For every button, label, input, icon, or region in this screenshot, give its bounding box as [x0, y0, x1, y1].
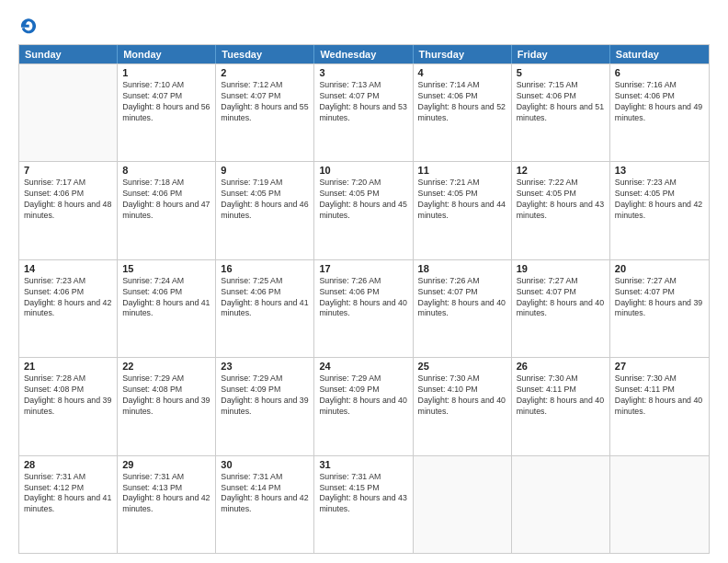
- header-day-sunday: Sunday: [19, 45, 118, 63]
- day-cell-2: 2Sunrise: 7:12 AM Sunset: 4:07 PM Daylig…: [216, 64, 314, 161]
- day-cell-15: 15Sunrise: 7:24 AM Sunset: 4:06 PM Dayli…: [118, 260, 216, 357]
- day-cell-13: 13Sunrise: 7:23 AM Sunset: 4:05 PM Dayli…: [610, 162, 709, 259]
- day-cell-7: 7Sunrise: 7:17 AM Sunset: 4:06 PM Daylig…: [19, 162, 118, 259]
- day-info: Sunrise: 7:31 AM Sunset: 4:14 PM Dayligh…: [221, 472, 309, 516]
- day-cell-17: 17Sunrise: 7:26 AM Sunset: 4:06 PM Dayli…: [314, 260, 413, 357]
- day-cell-16: 16Sunrise: 7:25 AM Sunset: 4:06 PM Dayli…: [216, 260, 314, 357]
- day-info: Sunrise: 7:24 AM Sunset: 4:06 PM Dayligh…: [122, 276, 210, 320]
- logo-icon: [18, 17, 39, 37]
- page: SundayMondayTuesdayWednesdayThursdayFrid…: [0, 0, 728, 563]
- day-number: 2: [221, 67, 309, 78]
- day-info: Sunrise: 7:26 AM Sunset: 4:06 PM Dayligh…: [319, 276, 407, 320]
- week-row-5: 28Sunrise: 7:31 AM Sunset: 4:12 PM Dayli…: [19, 455, 709, 553]
- day-number: 23: [221, 361, 309, 372]
- day-info: Sunrise: 7:29 AM Sunset: 4:09 PM Dayligh…: [319, 373, 407, 418]
- day-number: 18: [418, 263, 506, 274]
- day-cell-27: 27Sunrise: 7:30 AM Sunset: 4:11 PM Dayli…: [610, 358, 709, 454]
- day-info: Sunrise: 7:10 AM Sunset: 4:07 PM Dayligh…: [122, 80, 210, 124]
- day-info: Sunrise: 7:29 AM Sunset: 4:08 PM Dayligh…: [122, 373, 210, 418]
- day-number: 29: [122, 459, 210, 470]
- day-cell-14: 14Sunrise: 7:23 AM Sunset: 4:06 PM Dayli…: [19, 260, 118, 357]
- day-number: 12: [517, 165, 605, 176]
- day-info: Sunrise: 7:26 AM Sunset: 4:07 PM Dayligh…: [418, 276, 506, 320]
- day-number: 28: [24, 459, 112, 470]
- day-cell-12: 12Sunrise: 7:22 AM Sunset: 4:05 PM Dayli…: [512, 162, 610, 259]
- day-cell-26: 26Sunrise: 7:30 AM Sunset: 4:11 PM Dayli…: [512, 358, 610, 454]
- day-info: Sunrise: 7:30 AM Sunset: 4:11 PM Dayligh…: [517, 373, 605, 418]
- day-cell-30: 30Sunrise: 7:31 AM Sunset: 4:14 PM Dayli…: [216, 456, 314, 553]
- day-number: 31: [319, 459, 407, 470]
- week-row-1: 1Sunrise: 7:10 AM Sunset: 4:07 PM Daylig…: [19, 63, 709, 161]
- day-info: Sunrise: 7:28 AM Sunset: 4:08 PM Dayligh…: [24, 373, 112, 418]
- day-number: 5: [517, 67, 605, 78]
- week-row-3: 14Sunrise: 7:23 AM Sunset: 4:06 PM Dayli…: [19, 259, 709, 357]
- day-info: Sunrise: 7:14 AM Sunset: 4:06 PM Dayligh…: [418, 80, 506, 124]
- day-number: 15: [122, 263, 210, 274]
- day-cell-3: 3Sunrise: 7:13 AM Sunset: 4:07 PM Daylig…: [314, 64, 413, 161]
- day-number: 17: [319, 263, 407, 274]
- day-info: Sunrise: 7:27 AM Sunset: 4:07 PM Dayligh…: [517, 276, 605, 320]
- day-number: 4: [418, 67, 506, 78]
- day-number: 1: [122, 67, 210, 78]
- day-cell-19: 19Sunrise: 7:27 AM Sunset: 4:07 PM Dayli…: [512, 260, 610, 357]
- day-info: Sunrise: 7:31 AM Sunset: 4:12 PM Dayligh…: [24, 472, 112, 516]
- day-info: Sunrise: 7:20 AM Sunset: 4:05 PM Dayligh…: [319, 178, 407, 222]
- day-cell-9: 9Sunrise: 7:19 AM Sunset: 4:05 PM Daylig…: [216, 162, 314, 259]
- logo: [18, 17, 42, 37]
- day-info: Sunrise: 7:31 AM Sunset: 4:15 PM Dayligh…: [319, 472, 407, 516]
- day-number: 21: [24, 361, 112, 372]
- day-info: Sunrise: 7:13 AM Sunset: 4:07 PM Dayligh…: [319, 80, 407, 124]
- day-number: 10: [319, 165, 407, 176]
- day-cell-10: 10Sunrise: 7:20 AM Sunset: 4:05 PM Dayli…: [314, 162, 413, 259]
- day-number: 14: [24, 263, 112, 274]
- day-info: Sunrise: 7:12 AM Sunset: 4:07 PM Dayligh…: [221, 80, 309, 124]
- week-row-2: 7Sunrise: 7:17 AM Sunset: 4:06 PM Daylig…: [19, 161, 709, 259]
- day-cell-4: 4Sunrise: 7:14 AM Sunset: 4:06 PM Daylig…: [414, 64, 512, 161]
- day-info: Sunrise: 7:21 AM Sunset: 4:05 PM Dayligh…: [418, 178, 506, 222]
- day-cell-6: 6Sunrise: 7:16 AM Sunset: 4:06 PM Daylig…: [610, 64, 709, 161]
- day-number: 7: [24, 165, 112, 176]
- day-number: 19: [517, 263, 605, 274]
- day-cell-31: 31Sunrise: 7:31 AM Sunset: 4:15 PM Dayli…: [314, 456, 413, 553]
- day-info: Sunrise: 7:30 AM Sunset: 4:11 PM Dayligh…: [615, 373, 704, 418]
- day-cell-5: 5Sunrise: 7:15 AM Sunset: 4:06 PM Daylig…: [512, 64, 610, 161]
- header-day-saturday: Saturday: [610, 45, 709, 63]
- day-cell-28: 28Sunrise: 7:31 AM Sunset: 4:12 PM Dayli…: [19, 456, 118, 553]
- header-day-tuesday: Tuesday: [216, 45, 314, 63]
- day-info: Sunrise: 7:31 AM Sunset: 4:13 PM Dayligh…: [122, 472, 210, 516]
- day-info: Sunrise: 7:19 AM Sunset: 4:05 PM Dayligh…: [221, 178, 309, 222]
- day-info: Sunrise: 7:16 AM Sunset: 4:06 PM Dayligh…: [615, 80, 704, 124]
- day-info: Sunrise: 7:23 AM Sunset: 4:05 PM Dayligh…: [615, 178, 704, 222]
- day-cell-18: 18Sunrise: 7:26 AM Sunset: 4:07 PM Dayli…: [414, 260, 512, 357]
- day-number: 20: [615, 263, 704, 274]
- day-number: 13: [615, 165, 704, 176]
- header-day-friday: Friday: [512, 45, 610, 63]
- calendar: SundayMondayTuesdayWednesdayThursdayFrid…: [18, 44, 710, 554]
- day-info: Sunrise: 7:17 AM Sunset: 4:06 PM Dayligh…: [24, 178, 112, 222]
- header-day-monday: Monday: [118, 45, 216, 63]
- day-cell-23: 23Sunrise: 7:29 AM Sunset: 4:09 PM Dayli…: [216, 358, 314, 454]
- empty-cell: [610, 456, 709, 553]
- week-row-4: 21Sunrise: 7:28 AM Sunset: 4:08 PM Dayli…: [19, 357, 709, 454]
- day-number: 26: [517, 361, 605, 372]
- calendar-body: 1Sunrise: 7:10 AM Sunset: 4:07 PM Daylig…: [19, 63, 709, 553]
- header: [18, 17, 710, 37]
- day-number: 11: [418, 165, 506, 176]
- day-number: 6: [615, 67, 704, 78]
- day-info: Sunrise: 7:15 AM Sunset: 4:06 PM Dayligh…: [517, 80, 605, 124]
- day-number: 9: [221, 165, 309, 176]
- day-number: 24: [319, 361, 407, 372]
- day-cell-11: 11Sunrise: 7:21 AM Sunset: 4:05 PM Dayli…: [414, 162, 512, 259]
- day-number: 22: [122, 361, 210, 372]
- day-cell-24: 24Sunrise: 7:29 AM Sunset: 4:09 PM Dayli…: [314, 358, 413, 454]
- day-info: Sunrise: 7:18 AM Sunset: 4:06 PM Dayligh…: [122, 178, 210, 222]
- empty-cell: [414, 456, 512, 553]
- day-cell-1: 1Sunrise: 7:10 AM Sunset: 4:07 PM Daylig…: [118, 64, 216, 161]
- header-day-wednesday: Wednesday: [314, 45, 413, 63]
- day-number: 8: [122, 165, 210, 176]
- day-info: Sunrise: 7:30 AM Sunset: 4:10 PM Dayligh…: [418, 373, 506, 418]
- day-info: Sunrise: 7:22 AM Sunset: 4:05 PM Dayligh…: [517, 178, 605, 222]
- day-info: Sunrise: 7:27 AM Sunset: 4:07 PM Dayligh…: [615, 276, 704, 320]
- day-cell-29: 29Sunrise: 7:31 AM Sunset: 4:13 PM Dayli…: [118, 456, 216, 553]
- header-day-thursday: Thursday: [414, 45, 512, 63]
